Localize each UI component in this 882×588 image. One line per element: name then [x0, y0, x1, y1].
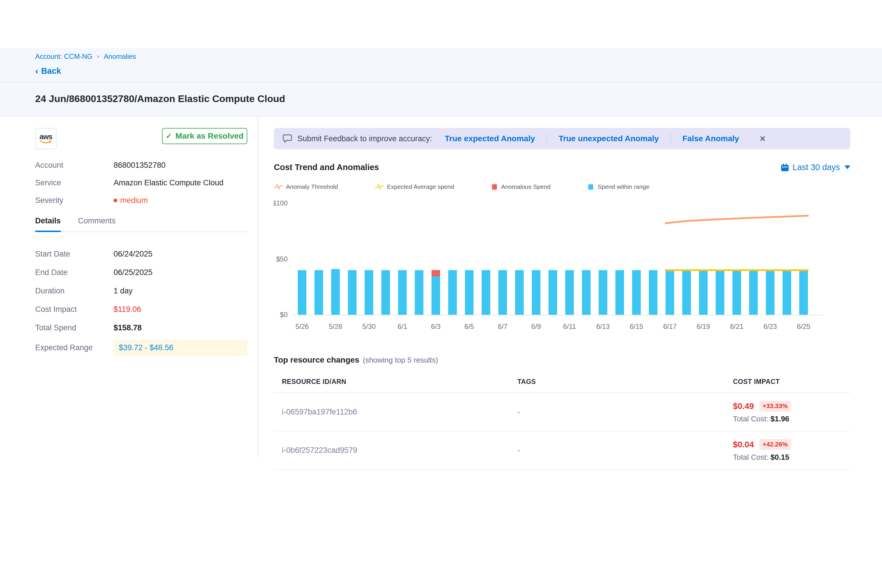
x-axis-tick-label: 6/19: [697, 322, 710, 330]
bar-6/23[interactable]: [766, 270, 774, 315]
calendar-icon: [780, 163, 789, 172]
resource-changes-title: Top resource changes: [274, 356, 359, 364]
detail-row: Expected Range$39.72 - $48.56: [35, 340, 247, 356]
legend-item[interactable]: Spend within range: [587, 183, 650, 190]
bar-6/13[interactable]: [598, 270, 607, 315]
detail-row: End Date06/25/2025: [35, 266, 247, 279]
legend-item[interactable]: Anomalous Spend: [491, 183, 551, 190]
table-row: i-0b6f257223cad9579-$0.04+42.26%Total Co…: [274, 432, 850, 470]
cost-impact-value: $0.49: [733, 402, 754, 411]
anomaly-threshold-line: [666, 216, 808, 223]
bar-6/25[interactable]: [799, 270, 808, 315]
bar-6/3[interactable]: [432, 270, 440, 315]
page-title: 24 Jun/868001352780/Amazon Elastic Compu…: [35, 93, 882, 104]
bar-6/16[interactable]: [649, 270, 657, 315]
severity-text: medium: [120, 196, 148, 205]
bar-6/17[interactable]: [666, 270, 674, 315]
cost-line: $0.04+42.26%: [733, 439, 850, 450]
cost-impact-cell: $0.49+33.33%Total Cost: $1.96: [733, 400, 850, 423]
bar-5/26[interactable]: [298, 270, 306, 315]
bar-6/11[interactable]: [565, 270, 574, 315]
detail-value: $158.78: [114, 323, 142, 332]
x-axis-tick-label: 6/5: [464, 322, 474, 330]
resource-id-link[interactable]: i-06597ba197fe112b6: [282, 408, 357, 416]
bar-5/28[interactable]: [331, 269, 340, 315]
feedback-option-button[interactable]: True expected Anomaly: [445, 134, 535, 143]
bar-6/8[interactable]: [515, 270, 524, 315]
detail-label: End Date: [35, 268, 114, 277]
cost-line: $0.49+33.33%: [733, 400, 850, 412]
bar-5/27[interactable]: [315, 270, 323, 315]
x-axis-tick-label: 6/11: [563, 322, 576, 330]
summary-rows: Account868001352780ServiceAmazon Elastic…: [35, 161, 247, 205]
feedback-option-button[interactable]: True unexpected Anomaly: [559, 134, 659, 143]
bar-6/9[interactable]: [532, 270, 540, 315]
tags-cell: -: [518, 408, 733, 417]
summary-value: 868001352780: [114, 161, 165, 170]
detail-value-wrap: 06/24/2025: [114, 250, 247, 258]
close-icon[interactable]: ✕: [759, 134, 766, 144]
resource-id-cell: i-06597ba197fe112b6: [274, 408, 518, 417]
detail-label: Cost Impact: [35, 305, 114, 314]
bar-6/6[interactable]: [482, 270, 490, 315]
legend-swatch-icon: [587, 183, 594, 190]
bar-6/22[interactable]: [749, 270, 758, 315]
back-button[interactable]: ‹ Back: [0, 60, 882, 82]
date-range-picker[interactable]: Last 30 days: [780, 163, 850, 172]
tags-value: -: [518, 446, 520, 454]
legend-item[interactable]: Expected Average spend: [375, 183, 454, 190]
chart-title: Cost Trend and Anomalies: [274, 163, 379, 172]
detail-row: Start Date06/24/2025: [35, 248, 247, 260]
y-axis-tick-label: $0: [280, 311, 288, 318]
aws-logo: aws: [35, 128, 57, 149]
bar-6/7[interactable]: [498, 270, 507, 315]
x-axis-tick-label: 5/28: [329, 322, 342, 330]
feedback-banner: Submit Feedback to improve accuracy: Tru…: [274, 128, 850, 149]
tab-details[interactable]: Details: [35, 216, 61, 232]
bar-6/14[interactable]: [615, 270, 624, 315]
bar-6/12[interactable]: [582, 270, 591, 315]
total-cost-value: $0.15: [771, 453, 789, 462]
resource-id-link[interactable]: i-0b6f257223cad9579: [282, 446, 357, 454]
cost-trend-chart[interactable]: $0$50$1005/265/285/306/16/36/56/76/96/11…: [274, 199, 850, 338]
bar-6/1[interactable]: [398, 270, 407, 315]
legend-label: Anomalous Spend: [501, 183, 551, 190]
caret-down-icon: [844, 165, 850, 169]
bar-5/29[interactable]: [348, 270, 357, 315]
legend-item[interactable]: Anomaly Threshold: [274, 183, 338, 190]
breadcrumb-account-link[interactable]: Account: CCM-NG: [35, 52, 93, 60]
table-row: i-06597ba197fe112b6-$0.49+33.33%Total Co…: [274, 393, 850, 432]
total-cost-value: $1.96: [771, 414, 789, 423]
breadcrumb: Account: CCM-NG › Anomalies: [35, 52, 882, 60]
detail-value-wrap: 1 day: [114, 286, 247, 296]
resource-changes-table: RESOURCE ID/ARNTAGSCOST IMPACT i-06597ba…: [274, 372, 850, 470]
detail-tabs: DetailsComments: [35, 216, 247, 232]
breadcrumb-anomalies-link[interactable]: Anomalies: [104, 52, 136, 60]
bar-6/18[interactable]: [682, 270, 691, 315]
bar-6/20[interactable]: [716, 270, 724, 315]
summary-row: Severitymedium: [35, 196, 247, 205]
chat-bubble-icon: [282, 134, 292, 143]
feedback-option-button[interactable]: False Anomaly: [682, 134, 740, 143]
bar-6/5[interactable]: [465, 270, 474, 315]
divider: [670, 134, 671, 144]
bar-5/31[interactable]: [381, 270, 390, 315]
bar-6/10[interactable]: [549, 270, 557, 315]
tab-comments[interactable]: Comments: [78, 216, 116, 232]
bar-6/24[interactable]: [783, 270, 791, 315]
mark-as-resolved-button[interactable]: ✓ Mark as Resolved: [162, 128, 247, 144]
total-cost-line: Total Cost: $0.15: [733, 453, 850, 462]
bar-6/4[interactable]: [448, 270, 457, 315]
aws-logo-text: aws: [39, 133, 52, 140]
bar-6/21[interactable]: [732, 270, 741, 315]
y-axis-tick-label: $100: [274, 199, 288, 207]
bar-6/2[interactable]: [415, 270, 423, 315]
anomalous-segment-6/3[interactable]: [432, 270, 440, 276]
detail-value-wrap: $119.06: [114, 305, 247, 314]
bar-6/19[interactable]: [699, 270, 708, 315]
summary-label: Service: [35, 178, 114, 188]
bar-5/30[interactable]: [364, 270, 373, 315]
summary-row: ServiceAmazon Elastic Compute Cloud: [35, 178, 247, 188]
summary-value: Amazon Elastic Compute Cloud: [114, 178, 224, 188]
bar-6/15[interactable]: [632, 270, 641, 315]
